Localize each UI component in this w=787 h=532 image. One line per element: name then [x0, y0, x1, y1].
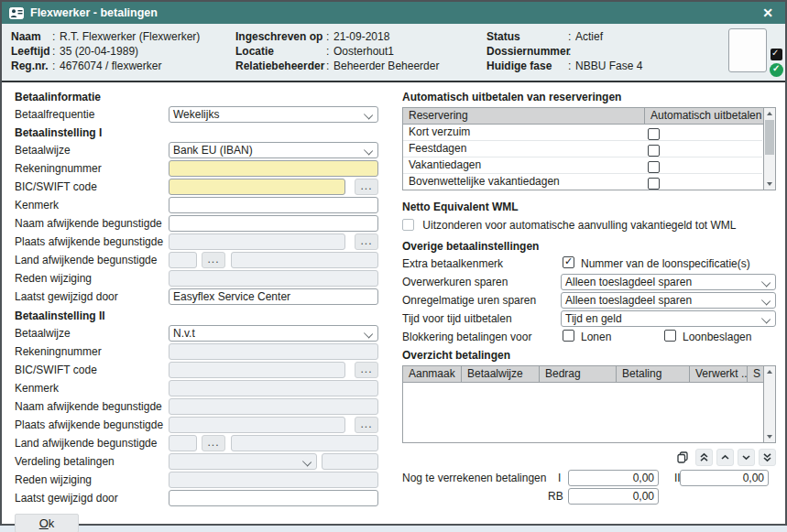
table-row-bovenwettelijke-vakantiedagen: Bovenwettelijke vakantiedagen: [403, 174, 762, 190]
dialog-window: Flexwerker - betalingen ✕ Naam : R.T. Fl…: [0, 0, 787, 526]
laatst-gewijzigd-1-input[interactable]: Easyflex Service Center: [169, 288, 378, 305]
betalingen-column: Automatisch uitbetalen van reserveringen…: [402, 86, 776, 506]
chevron-down-icon: [366, 331, 373, 338]
move-top-button[interactable]: [695, 449, 713, 466]
close-icon[interactable]: ✕: [760, 5, 776, 21]
colon: :: [568, 29, 575, 44]
field-label: Kenmerk: [15, 382, 59, 395]
bic-1-input[interactable]: [169, 179, 345, 195]
vakantiedagen-checkbox[interactable]: [648, 161, 660, 173]
copy-button[interactable]: [674, 449, 692, 466]
reden-wijziging-1-input: [169, 270, 378, 287]
info-value: 4676074 / flexwerker: [60, 59, 161, 73]
field-row-onregelmatige-uren-sparen: Onregelmatige uren sparen Alleen toeslag…: [402, 291, 776, 309]
wml-uitzonderen-checkbox: [402, 219, 414, 231]
colon: :: [326, 44, 333, 59]
section-title-betaalinformatie: Betaalinformatie: [15, 91, 378, 105]
field-row-verdeling-betalingen: Verdeling betalingen: [15, 452, 378, 471]
land-begunstigde-2-lookup-button[interactable]: ...: [202, 435, 225, 451]
field-label: Plaats afwijkende begunstigde: [15, 235, 163, 248]
move-down-button[interactable]: [738, 449, 755, 466]
move-up-button[interactable]: [716, 449, 734, 466]
laatst-gewijzigd-2-input[interactable]: [169, 490, 378, 506]
kort-verzuim-checkbox[interactable]: [648, 128, 660, 140]
nog-i-input[interactable]: 0,00: [568, 470, 659, 486]
betaalwijze-2-select[interactable]: N.v.t: [169, 325, 378, 342]
nog-ii-input[interactable]: 0,00: [680, 470, 769, 486]
bic-1-lookup-button[interactable]: ...: [355, 179, 378, 195]
kenmerk-1-input[interactable]: [169, 197, 378, 213]
overzicht-table-header: Aanmaak Betaalwijze Bedrag Betaling Verw…: [403, 366, 775, 383]
reservering-label: Feestdagen: [409, 141, 466, 157]
column-header-betaalwijze: Betaalwijze: [461, 366, 539, 383]
bovenwettelijke-vakantiedagen-checkbox[interactable]: [648, 178, 660, 190]
photo-placeholder[interactable]: [728, 28, 767, 72]
info-value: Beheerder Beheerder: [333, 59, 439, 73]
blokkering-loonbeslagen-checkbox[interactable]: [664, 330, 676, 342]
column-header-aanmaak: Aanmaak: [403, 366, 461, 383]
field-label: Land afwijkende begunstigde: [15, 437, 157, 450]
rekeningnummer-1-input[interactable]: [169, 160, 378, 177]
ok-button[interactable]: Ok: [15, 514, 79, 532]
field-row-tijd-voor-tijd: Tijd voor tijd uitbetalen Tijd en geld: [402, 309, 776, 328]
plaats-begunstigde-1-lookup-button[interactable]: ...: [355, 233, 378, 250]
scroll-up-icon[interactable]: [764, 366, 775, 377]
info-value: 35 (20-04-1989): [60, 44, 138, 59]
scrollbar-track[interactable]: [764, 377, 775, 431]
feestdagen-checkbox[interactable]: [648, 145, 660, 157]
tijd-voor-tijd-select[interactable]: Tijd en geld: [561, 310, 776, 327]
flexwerker-info-header: Naam : R.T. Flexwerker (Flexwerker) Leef…: [2, 24, 785, 82]
nog-i-label: I: [558, 472, 561, 484]
plaats-begunstigde-2-lookup-button[interactable]: ...: [355, 417, 378, 433]
info-row-huidige-fase: Huidige fase : NBBU Fase 4: [486, 59, 642, 73]
column-header-s: S: [747, 366, 763, 383]
field-label: Kenmerk: [15, 199, 59, 212]
copy-icon: [677, 451, 689, 463]
info-row-dossiernummer: Dossiernummer :: [486, 44, 642, 59]
chevron-down-icon: [763, 298, 771, 305]
scrollbar-thumb[interactable]: [765, 120, 774, 155]
nog-rb-input[interactable]: 0,00: [568, 488, 659, 505]
header-checkbox-checked[interactable]: [771, 49, 782, 60]
extra-betaalkenmerk-checkbox[interactable]: [563, 256, 574, 268]
bic-2-lookup-button[interactable]: ...: [355, 362, 378, 378]
reserveringen-scrollbar[interactable]: [763, 108, 775, 190]
field-row-extra-betaalkenmerk: Extra betaalkenmerk Nummer van de loonsp…: [402, 255, 776, 273]
onregelmatige-uren-sparen-select[interactable]: Alleen toeslagdeel sparen: [561, 292, 776, 309]
field-row-overwerkuren-sparen: Overwerkuren sparen Alleen toeslagdeel s…: [402, 273, 776, 291]
field-label: Naam afwijkende begunstigde: [15, 217, 162, 230]
blokkering-lonen-checkbox[interactable]: [563, 330, 574, 342]
info-label: Status: [486, 29, 568, 44]
move-bottom-button[interactable]: [759, 449, 776, 466]
scroll-down-icon[interactable]: [764, 179, 775, 190]
select-value: N.v.t: [173, 327, 195, 340]
info-label: Naam: [11, 29, 52, 44]
overwerkuren-sparen-select[interactable]: Alleen toeslagdeel sparen: [561, 274, 776, 290]
title-bar[interactable]: Flexwerker - betalingen ✕: [2, 2, 785, 24]
check-icon: [771, 48, 779, 58]
scrollbar-track[interactable]: [764, 119, 775, 179]
select-value: Tijd en geld: [565, 312, 622, 325]
betaalwijze-1-select[interactable]: Bank EU (IBAN): [169, 142, 378, 158]
section-title-betaalinstelling-2: Betaalinstelling II: [15, 309, 378, 324]
land-begunstigde-1-naam-input: [231, 252, 378, 268]
scroll-down-icon[interactable]: [764, 431, 775, 442]
info-value: Actief: [575, 29, 603, 44]
reserveringen-table-header: Reservering Automatisch uitbetalen: [403, 108, 775, 125]
colon: :: [52, 59, 60, 73]
section-title-overige-betaalinstellingen: Overige betaalinstellingen: [402, 240, 776, 255]
naam-begunstigde-1-input[interactable]: [169, 215, 378, 232]
land-begunstigde-1-lookup-button[interactable]: ...: [202, 252, 225, 268]
overzicht-scrollbar[interactable]: [763, 366, 775, 442]
betaalfrequentie-select[interactable]: Wekelijks: [169, 106, 378, 123]
bic-2-input: [169, 362, 345, 378]
betalingen-toolbar: [402, 449, 776, 466]
chevron-down-icon: [763, 316, 771, 323]
reservering-label: Kort verzuim: [409, 125, 470, 140]
naam-begunstigde-2-input: [169, 398, 378, 415]
info-label: Ingeschreven op: [235, 29, 326, 44]
field-label: Overwerkuren sparen: [402, 276, 508, 288]
column-header-bedrag: Bedrag: [539, 366, 616, 383]
scroll-up-icon[interactable]: [764, 108, 775, 119]
field-label: Land afwijkende begunstigde: [15, 254, 157, 266]
